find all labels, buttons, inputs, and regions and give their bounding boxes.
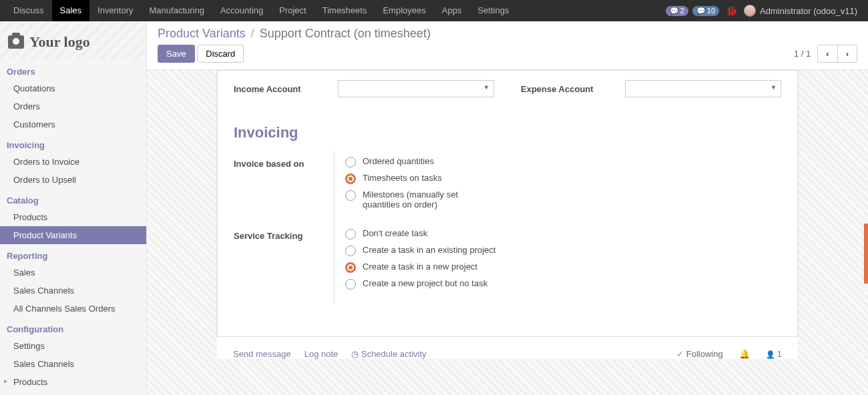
topnav-right: 💬2 💬10 🐞 Administrator (odoo_v11) (666, 5, 863, 17)
income-account-label: Income Account (234, 84, 327, 94)
radio-icon (345, 229, 356, 240)
top-navbar: DiscussSalesInventoryManufacturingAccoun… (0, 0, 868, 21)
topnav-item-sales[interactable]: Sales (52, 0, 90, 21)
service-tracking-radios: Don't create taskCreate a task in an exi… (345, 223, 781, 303)
breadcrumb-current: Support Contract (on timesheet) (260, 27, 431, 41)
service-tracking-option[interactable]: Create a task in a new project (345, 259, 781, 276)
pager: 1 / 1 ‹ › (794, 45, 857, 63)
invoice-based-on-radios: Ordered quantitiesTimesheets on tasksMil… (345, 151, 781, 223)
invoicing-section-title: Invoicing (234, 124, 781, 141)
topnav-item-employees[interactable]: Employees (375, 0, 433, 21)
invoice-based-on-option[interactable]: Ordered quantities (345, 153, 781, 170)
sidebar-item-sales-channels[interactable]: Sales Channels (0, 355, 146, 373)
breadcrumb: Product Variants / Support Contract (on … (158, 27, 857, 41)
radio-icon (345, 262, 356, 273)
pager-text: 1 / 1 (794, 49, 811, 59)
service-tracking-option[interactable]: Don't create task (345, 226, 781, 242)
topnav-item-accounting[interactable]: Accounting (212, 0, 271, 21)
sidebar-item-orders[interactable]: Orders (0, 97, 146, 115)
sidebar-item-quotations[interactable]: Quotations (0, 79, 146, 97)
topnav-item-project[interactable]: Project (271, 0, 314, 21)
expense-account-label: Expense Account (521, 84, 614, 94)
control-panel: Product Variants / Support Contract (on … (147, 21, 868, 70)
radio-icon (345, 190, 356, 201)
topnav-item-manufacturing[interactable]: Manufacturing (142, 0, 212, 21)
sidebar-item-settings[interactable]: Settings (0, 337, 146, 355)
debug-icon[interactable]: 🐞 (726, 5, 737, 16)
invoice-based-on-option[interactable]: Timesheets on tasks (345, 170, 781, 187)
sidebar-header-configuration: Configuration (0, 318, 146, 337)
schedule-activity-button[interactable]: Schedule activity (351, 349, 426, 359)
following-button[interactable]: Following (676, 349, 723, 359)
sidebar-header-invoicing: Invoicing (0, 133, 146, 153)
radio-label: Milestones (manually set quantities on o… (363, 189, 496, 210)
topnav-item-apps[interactable]: Apps (434, 0, 470, 21)
radio-label: Ordered quantities (363, 156, 434, 166)
messaging-badge[interactable]: 💬2 (666, 6, 688, 16)
income-account-select[interactable] (338, 80, 494, 97)
sidebar-item-orders-to-invoice[interactable]: Orders to Invoice (0, 153, 146, 171)
user-menu[interactable]: Administrator (odoo_v11) (760, 6, 857, 16)
sidebar-item-sales[interactable]: Sales (0, 264, 146, 282)
bell-icon[interactable]: 🔔 (739, 349, 750, 359)
radio-icon (345, 157, 356, 167)
sidebar-item-customers[interactable]: Customers (0, 115, 146, 133)
topnav-apps: DiscussSalesInventoryManufacturingAccoun… (5, 0, 666, 21)
service-tracking-label: Service Tracking (234, 228, 323, 244)
followers-count[interactable]: 1 (766, 349, 782, 359)
topnav-item-inventory[interactable]: Inventory (89, 0, 141, 21)
service-tracking-option[interactable]: Create a task in an existing project (345, 242, 781, 259)
radio-icon (345, 246, 356, 256)
topnav-item-timesheets[interactable]: Timesheets (314, 0, 375, 21)
invoice-based-on-option[interactable]: Milestones (manually set quantities on o… (345, 187, 781, 212)
topnav-item-settings[interactable]: Settings (469, 0, 517, 21)
sidebar-header-reporting: Reporting (0, 244, 146, 264)
invoice-based-on-label: Invoice based on (234, 156, 323, 171)
action-buttons: Save Discard (158, 45, 244, 63)
avatar[interactable] (744, 5, 756, 17)
sidebar-header-orders: Orders (0, 60, 146, 79)
activities-badge[interactable]: 💬10 (692, 6, 719, 16)
pager-prev-button[interactable]: ‹ (817, 45, 837, 63)
radio-label: Create a new project but no task (363, 278, 487, 288)
sidebar-item-sales-channels[interactable]: Sales Channels (0, 282, 146, 300)
chatter: Send message Log note Schedule activity … (217, 337, 798, 359)
radio-label: Create a task in a new project (363, 262, 477, 272)
topnav-item-discuss[interactable]: Discuss (5, 0, 52, 21)
logo-text: Your logo (29, 33, 90, 51)
radio-label: Timesheets on tasks (363, 173, 442, 183)
sidebar-item-all-channels-sales-orders[interactable]: All Channels Sales Orders (0, 300, 146, 318)
sidebar-item-products[interactable]: Products (0, 373, 146, 391)
main-content: Product Variants / Support Contract (on … (147, 21, 868, 395)
sidebar: Your logo OrdersQuotationsOrdersCustomer… (0, 21, 147, 395)
form-sheet: Income Account Expense Account Invoicing… (217, 70, 798, 337)
expense-account-select[interactable] (625, 80, 781, 97)
pager-next-button[interactable]: › (838, 45, 857, 63)
radio-label: Don't create task (363, 228, 427, 238)
discard-button[interactable]: Discard (197, 45, 244, 63)
breadcrumb-link[interactable]: Product Variants (158, 27, 246, 41)
save-button[interactable]: Save (158, 45, 195, 63)
scroll-indicator (864, 224, 868, 284)
camera-icon (8, 35, 24, 49)
form-view: Income Account Expense Account Invoicing… (147, 70, 868, 395)
logo-area[interactable]: Your logo (0, 21, 146, 60)
log-note-button[interactable]: Log note (304, 349, 339, 359)
radio-label: Create a task in an existing project (363, 245, 495, 255)
sidebar-item-orders-to-upsell[interactable]: Orders to Upsell (0, 171, 146, 189)
sidebar-item-product-variants[interactable]: Product Variants (0, 226, 146, 244)
radio-icon (345, 279, 356, 290)
radio-icon (345, 173, 356, 184)
sidebar-item-products[interactable]: Products (0, 208, 146, 226)
send-message-button[interactable]: Send message (233, 349, 291, 359)
service-tracking-option[interactable]: Create a new project but no task (345, 276, 781, 292)
breadcrumb-separator: / (251, 27, 254, 41)
sidebar-header-catalog: Catalog (0, 189, 146, 208)
